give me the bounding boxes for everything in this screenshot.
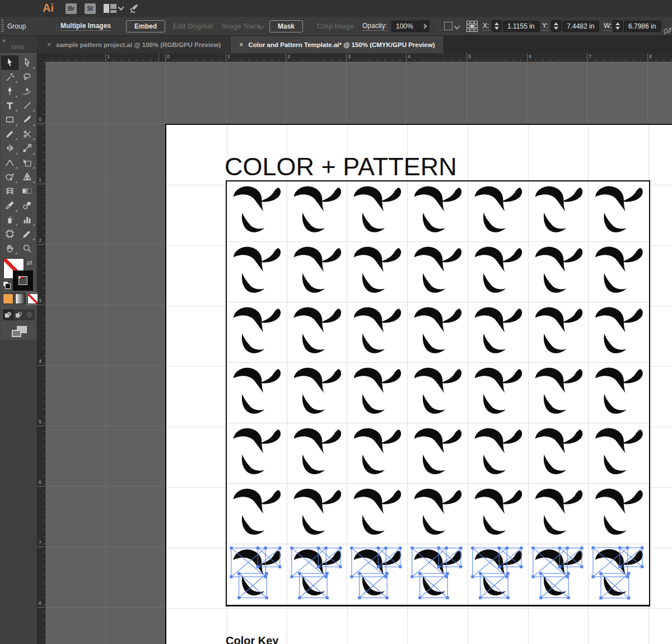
opacity-label[interactable]: Opacity: xyxy=(362,22,387,31)
perspective-grid-tool[interactable] xyxy=(18,170,36,184)
blend-tool[interactable] xyxy=(18,198,36,213)
zoom-tool[interactable] xyxy=(18,241,36,256)
pattern-motif[interactable] xyxy=(287,423,348,484)
mesh-tool[interactable] xyxy=(1,184,18,199)
line-segment-tool[interactable] xyxy=(18,99,36,113)
pattern-motif[interactable] xyxy=(529,242,589,302)
x-input[interactable]: 1.1155 in xyxy=(503,21,540,32)
artboard-tool[interactable] xyxy=(1,227,18,241)
pattern-motif[interactable] xyxy=(347,423,408,484)
pattern-motif[interactable] xyxy=(287,181,348,242)
document-tab[interactable]: ×sample pattern project.ai @ 100% (RGB/G… xyxy=(38,36,230,53)
pattern-motif[interactable] xyxy=(408,363,468,423)
embed-button[interactable]: Embed xyxy=(126,20,165,32)
pattern-motif[interactable] xyxy=(287,484,348,544)
pattern-motif[interactable] xyxy=(408,181,468,242)
pattern-motif[interactable] xyxy=(408,423,468,484)
gradient-tool[interactable] xyxy=(18,184,36,199)
close-tab-icon[interactable]: × xyxy=(239,41,243,49)
pencil-tool[interactable] xyxy=(1,127,18,142)
pattern-motif[interactable] xyxy=(347,181,408,242)
stock-button[interactable]: St xyxy=(85,3,96,14)
pattern-motif[interactable] xyxy=(227,242,287,302)
pattern-motif[interactable] xyxy=(287,242,348,302)
pattern-motif-selected[interactable] xyxy=(287,544,348,605)
swap-fill-stroke-icon[interactable]: ⇄ xyxy=(27,259,32,267)
pattern-motif[interactable] xyxy=(589,242,649,302)
pattern-motif[interactable] xyxy=(589,423,649,484)
scissors-tool[interactable] xyxy=(18,127,36,142)
pattern-motif[interactable] xyxy=(529,363,589,423)
direct-selection-tool[interactable] xyxy=(18,55,36,70)
pasteboard[interactable]: COLOR + PATTERN Color Key xyxy=(45,62,672,644)
pattern-motif-selected[interactable] xyxy=(589,544,649,605)
pattern-motif[interactable] xyxy=(468,302,529,363)
eyedropper-tool[interactable] xyxy=(1,198,18,213)
pattern-motif[interactable] xyxy=(408,302,468,363)
pattern-motif[interactable] xyxy=(347,242,408,302)
change-screen-mode-button[interactable] xyxy=(12,326,27,338)
w-stepper[interactable] xyxy=(613,20,623,32)
pattern-motif-selected[interactable] xyxy=(529,544,589,605)
pattern-motif[interactable] xyxy=(529,423,589,484)
dock-grip-dots[interactable] xyxy=(12,45,25,49)
pattern-motif[interactable] xyxy=(227,363,287,423)
opacity-slider-arrow[interactable] xyxy=(419,20,430,32)
y-input[interactable]: 7.4482 in xyxy=(562,21,599,32)
color-key-text[interactable]: Color Key xyxy=(226,634,278,644)
gpu-performance-rocket-icon[interactable] xyxy=(128,2,141,15)
pattern-motif[interactable] xyxy=(468,484,529,544)
artboard-title-text[interactable]: COLOR + PATTERN xyxy=(225,152,457,181)
pattern-motif[interactable] xyxy=(287,302,348,363)
pattern-motif[interactable] xyxy=(287,363,348,423)
bridge-button[interactable]: Br xyxy=(66,3,77,14)
pattern-motif[interactable] xyxy=(589,302,649,363)
color-swatch-button[interactable] xyxy=(3,293,13,304)
pattern-motif[interactable] xyxy=(468,181,529,242)
artboard[interactable]: COLOR + PATTERN Color Key xyxy=(165,124,672,644)
draw-inside-mode-button[interactable] xyxy=(24,309,35,320)
slice-tool[interactable] xyxy=(18,227,36,241)
pattern-motif[interactable] xyxy=(347,484,408,544)
lasso-tool[interactable] xyxy=(18,70,36,85)
default-fill-stroke-icon[interactable] xyxy=(3,281,11,290)
scale-tool[interactable] xyxy=(18,141,36,156)
pattern-motif[interactable] xyxy=(227,302,287,363)
mask-button[interactable]: Mask xyxy=(269,20,303,32)
horizontal-ruler[interactable]: 1012345678 xyxy=(45,53,672,62)
multiple-images-link[interactable]: Multiple Images xyxy=(60,22,111,31)
rectangle-tool[interactable] xyxy=(1,113,18,127)
paintbrush-tool[interactable] xyxy=(18,113,36,127)
pen-tool[interactable] xyxy=(1,84,18,99)
pattern-motif[interactable] xyxy=(227,423,287,484)
pattern-motif[interactable] xyxy=(529,302,589,363)
y-stepper[interactable] xyxy=(551,20,561,32)
workspace-switcher-icon[interactable] xyxy=(104,4,116,13)
none-swatch-button[interactable] xyxy=(27,293,38,304)
pattern-motif[interactable] xyxy=(408,242,468,302)
pattern-motif[interactable] xyxy=(468,423,529,484)
close-tab-icon[interactable]: × xyxy=(47,41,51,49)
symbol-sprayer-tool[interactable] xyxy=(1,213,18,227)
type-tool[interactable] xyxy=(1,99,18,113)
hand-tool[interactable] xyxy=(1,241,18,256)
column-graph-tool[interactable] xyxy=(18,213,36,227)
pattern-motif[interactable] xyxy=(589,484,649,544)
control-bar-grip[interactable] xyxy=(1,20,4,33)
ruler-corner[interactable] xyxy=(38,53,45,62)
curvature-tool[interactable] xyxy=(18,84,36,99)
pattern-motif[interactable] xyxy=(468,363,529,423)
vertical-ruler[interactable]: 012345678 xyxy=(38,62,45,644)
reference-point-locator[interactable] xyxy=(466,17,478,35)
draw-behind-mode-button[interactable] xyxy=(13,309,24,320)
w-input[interactable]: 6.7986 in xyxy=(624,21,661,32)
opacity-input[interactable]: 100% xyxy=(391,21,419,32)
selection-tool[interactable] xyxy=(1,55,18,70)
pattern-motif-selected[interactable] xyxy=(347,544,408,605)
collapse-dock-icon[interactable]: « xyxy=(2,37,5,44)
pattern-motif[interactable] xyxy=(468,242,529,302)
pattern-motif[interactable] xyxy=(347,302,408,363)
pattern-motif-selected[interactable] xyxy=(227,544,287,605)
pattern-motif[interactable] xyxy=(529,181,589,242)
bounding-box-icon[interactable] xyxy=(444,17,452,35)
